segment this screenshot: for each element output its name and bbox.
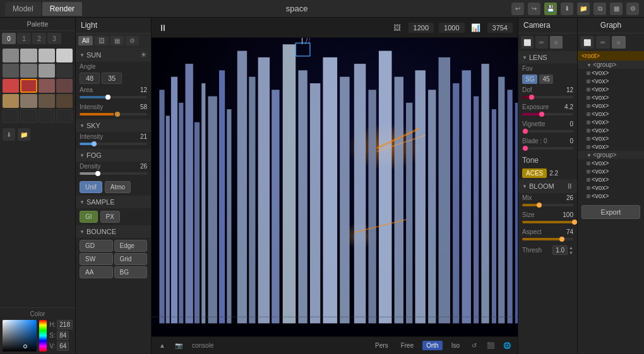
color-hue-slider[interactable]: [39, 320, 47, 351]
aces-button[interactable]: ACES: [522, 168, 547, 178]
cam-tab-rect[interactable]: ⬜: [521, 36, 534, 49]
export-small-icon[interactable]: ⬇: [3, 128, 15, 141]
undo-icon[interactable]: ↩: [511, 3, 524, 15]
tree-vox-6[interactable]: <vox>: [578, 110, 644, 118]
btn-px[interactable]: PX: [100, 211, 120, 223]
save-icon[interactable]: 💾: [544, 3, 557, 15]
tree-vox-7[interactable]: <vox>: [578, 118, 644, 126]
tree-root[interactable]: <root>: [578, 51, 644, 61]
palette-cell[interactable]: [20, 94, 37, 108]
intensity-slider[interactable]: [80, 112, 147, 117]
tree-vox-12[interactable]: <vox>: [578, 167, 644, 175]
exposure-value[interactable]: 4.2: [564, 103, 573, 110]
redo-icon[interactable]: ↪: [528, 3, 540, 15]
dof-slider[interactable]: [522, 95, 573, 100]
download-icon[interactable]: ⬇: [561, 3, 573, 15]
sample-section-title[interactable]: SAMPLE: [76, 196, 151, 208]
palette-cell[interactable]: [39, 49, 55, 62]
grid-icon[interactable]: ▦: [610, 3, 623, 15]
tree-vox-3[interactable]: <vox>: [578, 85, 644, 93]
tree-vox-1[interactable]: <vox>: [578, 69, 644, 77]
tab-render[interactable]: Render: [42, 2, 82, 16]
btn-unif[interactable]: Unif: [80, 181, 102, 193]
palette-cell[interactable]: [20, 49, 37, 62]
palette-cell[interactable]: [39, 64, 55, 78]
folder-icon[interactable]: 📁: [577, 3, 590, 15]
bloom-title[interactable]: BLOOM: [522, 182, 554, 190]
palette-cell[interactable]: [39, 94, 55, 108]
intensity-value[interactable]: 58: [140, 103, 147, 110]
orth-btn[interactable]: Orth: [422, 341, 442, 350]
palette-tab-3[interactable]: 3: [47, 33, 61, 44]
btn-aa[interactable]: AA: [80, 266, 113, 278]
bloom-pause-btn[interactable]: ⏸: [566, 182, 573, 191]
sky-section-title[interactable]: SKY: [76, 119, 151, 132]
tab-model[interactable]: Model: [5, 2, 41, 16]
tree-vox-10[interactable]: <vox>: [578, 143, 644, 151]
chart-icon[interactable]: 📊: [470, 21, 482, 34]
graph-tab-rect[interactable]: ⬜: [580, 36, 594, 49]
tree-vox-5[interactable]: <vox>: [578, 102, 644, 110]
v-value[interactable]: 64: [57, 341, 69, 351]
viewport-canvas[interactable]: [152, 38, 518, 336]
palette-tab-1[interactable]: 1: [17, 33, 31, 44]
palette-cell[interactable]: [56, 64, 73, 78]
bounce-section-title[interactable]: BOUNCE: [76, 225, 151, 238]
blade-slider[interactable]: [522, 146, 573, 151]
free-btn[interactable]: Free: [397, 341, 418, 350]
palette-cell[interactable]: [3, 94, 19, 108]
btn-edge[interactable]: Edge: [114, 240, 148, 252]
pers-btn[interactable]: Pers: [371, 341, 392, 350]
btn-bg[interactable]: BG: [114, 266, 148, 278]
palette-cell-empty[interactable]: [39, 109, 55, 123]
size-value[interactable]: 100: [563, 211, 573, 218]
tree-vox-13[interactable]: <vox>: [578, 175, 644, 184]
aspect-value[interactable]: 74: [566, 228, 573, 235]
dof-value[interactable]: 12: [566, 86, 573, 93]
palette-cell-empty[interactable]: [56, 109, 73, 123]
camera-small-icon[interactable]: 📷: [173, 340, 184, 351]
tree-vox-11[interactable]: <vox>: [578, 159, 644, 167]
export-button[interactable]: Export: [581, 205, 640, 219]
folder-small-icon[interactable]: 📁: [18, 128, 30, 141]
angle-box-1[interactable]: 48: [80, 73, 100, 84]
area-slider[interactable]: [80, 95, 147, 100]
sky-intensity-value[interactable]: 21: [140, 133, 147, 140]
light-tab-bar[interactable]: ▦: [110, 36, 124, 45]
settings-icon[interactable]: ⚙: [626, 3, 639, 15]
angle-box-2[interactable]: 35: [102, 73, 122, 84]
reset-icon[interactable]: ↺: [468, 340, 480, 351]
palette-cell[interactable]: [56, 49, 73, 62]
area-value[interactable]: 12: [140, 86, 147, 93]
btn-atmo[interactable]: Atmo: [105, 181, 131, 193]
sphere-icon[interactable]: 🌐: [501, 340, 513, 351]
aces-value[interactable]: 2.2: [549, 170, 558, 177]
image-icon[interactable]: 🖼: [391, 21, 403, 34]
mix-slider[interactable]: [522, 203, 573, 208]
palette-cell[interactable]: [20, 79, 37, 93]
lens-section-title[interactable]: LENS: [518, 51, 577, 64]
thresh-stepper[interactable]: ▲ ▼: [569, 245, 573, 255]
copy-icon[interactable]: ⧉: [593, 3, 606, 15]
btn-gd[interactable]: GD: [80, 240, 113, 252]
palette-cell-empty[interactable]: [3, 109, 19, 123]
cam-tab-pen[interactable]: ✏: [535, 36, 548, 49]
palette-tab-0[interactable]: 0: [2, 33, 16, 44]
palette-cell[interactable]: [3, 79, 19, 93]
s-value[interactable]: 84: [57, 331, 69, 340]
btn-grid[interactable]: Grid: [114, 253, 148, 265]
palette-cell[interactable]: [3, 64, 19, 78]
light-tab-img[interactable]: 🖼: [95, 36, 109, 45]
tree-vox-4[interactable]: <vox>: [578, 93, 644, 102]
palette-tab-2[interactable]: 2: [32, 33, 46, 44]
tree-group-1[interactable]: <group>: [578, 61, 644, 69]
palette-cell[interactable]: [56, 79, 73, 93]
size-slider[interactable]: [522, 220, 573, 225]
tree-vox-15[interactable]: <vox>: [578, 192, 644, 200]
palette-cell[interactable]: [3, 49, 19, 62]
fog-section-title[interactable]: FOG: [76, 149, 151, 162]
sun-icon[interactable]: ☀: [140, 50, 147, 59]
fov-sg-btn[interactable]: SG: [522, 74, 537, 84]
palette-cell-empty[interactable]: [20, 109, 37, 123]
aspect-slider[interactable]: [522, 237, 573, 242]
